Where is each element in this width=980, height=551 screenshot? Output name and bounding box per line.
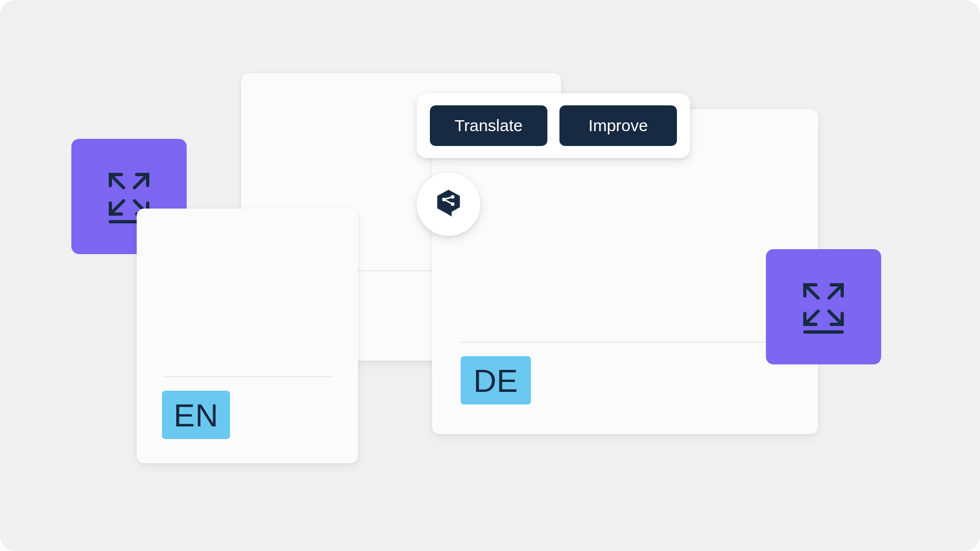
language-badge-en: EN <box>162 391 230 439</box>
language-badge-de: DE <box>461 356 531 404</box>
svg-line-5 <box>805 285 818 298</box>
svg-line-0 <box>110 175 124 188</box>
svg-line-1 <box>135 175 148 188</box>
action-toolbar: Translate Improve <box>417 93 690 158</box>
card-divider <box>461 342 789 342</box>
deepl-icon <box>432 187 465 222</box>
svg-line-2 <box>110 201 124 214</box>
translate-button[interactable]: Translate <box>430 105 547 146</box>
svg-line-6 <box>829 285 842 298</box>
card-divider <box>163 376 332 377</box>
improve-button[interactable]: Improve <box>559 105 677 146</box>
svg-line-8 <box>829 311 842 324</box>
brand-fab[interactable] <box>417 172 480 236</box>
svg-line-7 <box>805 311 818 324</box>
expand-tile-right <box>766 249 881 364</box>
illustration-canvas: JA EN DE <box>0 0 980 551</box>
expand-icon <box>797 277 850 336</box>
translation-card-en: EN <box>137 209 358 463</box>
